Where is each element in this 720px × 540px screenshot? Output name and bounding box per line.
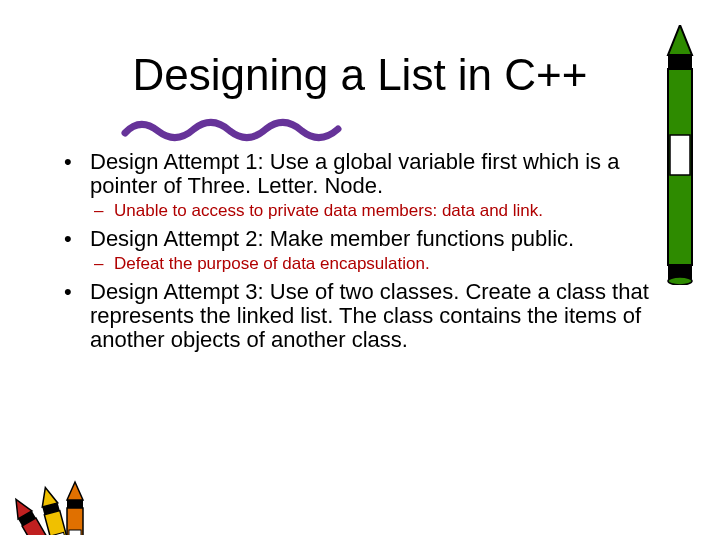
crayon-green-icon	[650, 25, 710, 285]
svg-point-4	[668, 277, 692, 285]
svg-rect-15	[67, 500, 83, 508]
sub-bullet-text: Unable to access to private data members…	[114, 202, 660, 221]
bullet-text: Design Attempt 1: Use a global variable …	[90, 150, 660, 198]
svg-rect-1	[668, 55, 692, 69]
slide-title: Designing a List in C++	[0, 50, 720, 100]
bullet-text: Design Attempt 2: Make member functions …	[90, 227, 660, 251]
bullet-item: • Design Attempt 1: Use a global variabl…	[60, 150, 660, 198]
svg-marker-0	[668, 25, 692, 55]
sub-bullet-dash-icon: –	[94, 255, 114, 274]
slide-body: • Design Attempt 1: Use a global variabl…	[60, 150, 660, 357]
bullet-dot-icon: •	[60, 150, 90, 198]
svg-rect-17	[69, 530, 81, 535]
sub-bullet-item: – Defeat the purpose of data encapsulati…	[94, 255, 660, 274]
sub-bullet-text: Defeat the purpose of data encapsulation…	[114, 255, 660, 274]
sub-bullet-dash-icon: –	[94, 202, 114, 221]
bullet-text: Design Attempt 3: Use of two classes. Cr…	[90, 280, 660, 353]
sub-bullet-item: – Unable to access to private data membe…	[94, 202, 660, 221]
bullet-dot-icon: •	[60, 227, 90, 251]
bullet-item: • Design Attempt 3: Use of two classes. …	[60, 280, 660, 353]
crayons-group-icon	[5, 445, 145, 535]
bullet-dot-icon: •	[60, 280, 90, 353]
svg-rect-5	[670, 135, 690, 175]
slide: Designing a List in C++ • Design Attempt…	[0, 0, 720, 540]
bullet-item: • Design Attempt 2: Make member function…	[60, 227, 660, 251]
svg-marker-14	[67, 482, 83, 500]
underline-squiggle-icon	[120, 115, 350, 145]
